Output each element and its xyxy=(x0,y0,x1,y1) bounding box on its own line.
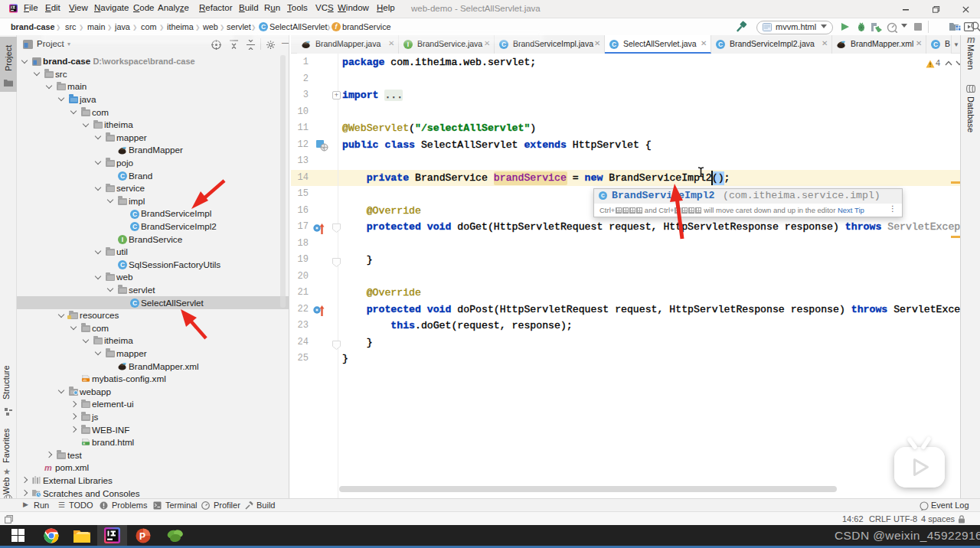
svg-text:P: P xyxy=(139,531,145,542)
svg-text:H: H xyxy=(83,442,85,445)
svg-text:</>: </> xyxy=(83,378,87,381)
